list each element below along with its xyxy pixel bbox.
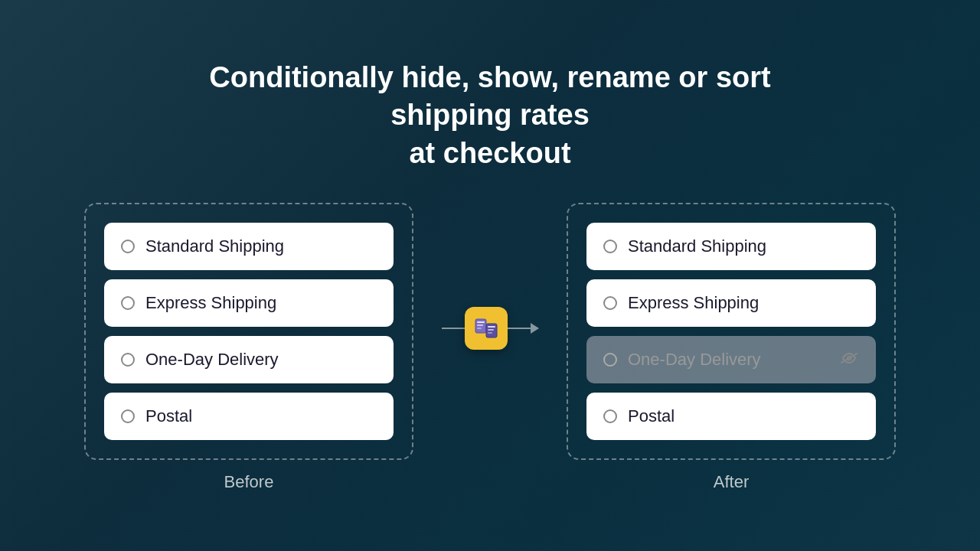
after-radio-postal	[603, 409, 617, 423]
svg-rect-3	[477, 328, 482, 329]
after-label-express: Express Shipping	[628, 293, 759, 313]
after-option-express: Express Shipping	[586, 279, 876, 327]
after-label: After	[714, 472, 749, 492]
before-option-express: Express Shipping	[104, 279, 394, 327]
svg-rect-1	[477, 321, 485, 323]
after-option-oneday: One-Day Delivery	[586, 336, 876, 383]
after-option-postal: Postal	[586, 393, 876, 440]
arrow-shaft-left	[442, 328, 465, 329]
before-option-oneday: One-Day Delivery	[104, 336, 394, 383]
app-icon	[465, 307, 508, 350]
after-radio-standard	[603, 240, 617, 253]
after-radio-express	[603, 296, 617, 310]
after-label-oneday: One-Day Delivery	[628, 350, 761, 370]
before-panel: Standard Shipping Express Shipping One-D…	[84, 203, 413, 460]
hidden-eye-icon	[839, 350, 859, 370]
arrow-head	[531, 323, 539, 334]
before-label-oneday: One-Day Delivery	[145, 350, 279, 370]
after-label-standard: Standard Shipping	[628, 236, 766, 256]
svg-rect-6	[488, 329, 494, 331]
before-option-postal: Postal	[104, 393, 394, 440]
svg-rect-7	[488, 332, 492, 334]
arrow-left	[442, 328, 465, 329]
before-label: Before	[224, 472, 274, 492]
svg-rect-2	[477, 324, 483, 326]
before-label-express: Express Shipping	[145, 293, 276, 313]
arrow-area	[413, 307, 567, 388]
radio-postal	[121, 409, 135, 423]
before-option-standard: Standard Shipping	[104, 223, 394, 270]
after-option-standard: Standard Shipping	[586, 223, 876, 270]
before-panel-wrapper: Standard Shipping Express Shipping One-D…	[84, 203, 413, 492]
after-label-postal: Postal	[628, 406, 675, 426]
radio-express	[121, 296, 135, 310]
after-radio-oneday	[603, 353, 617, 367]
radio-standard	[121, 240, 135, 253]
page-title: Conditionally hide, show, rename or sort…	[145, 59, 835, 172]
before-label-standard: Standard Shipping	[145, 236, 284, 256]
after-panel-wrapper: Standard Shipping Express Shipping One-D…	[567, 203, 896, 492]
comparison-container: Standard Shipping Express Shipping One-D…	[84, 203, 896, 492]
svg-rect-5	[488, 326, 495, 328]
before-label-postal: Postal	[145, 406, 192, 426]
arrow-shaft-right	[508, 328, 531, 329]
arrow-with-icon	[442, 307, 539, 350]
radio-oneday	[121, 353, 135, 367]
arrow-right	[508, 323, 539, 334]
app-icon-svg	[473, 315, 499, 341]
after-panel: Standard Shipping Express Shipping One-D…	[567, 203, 896, 460]
